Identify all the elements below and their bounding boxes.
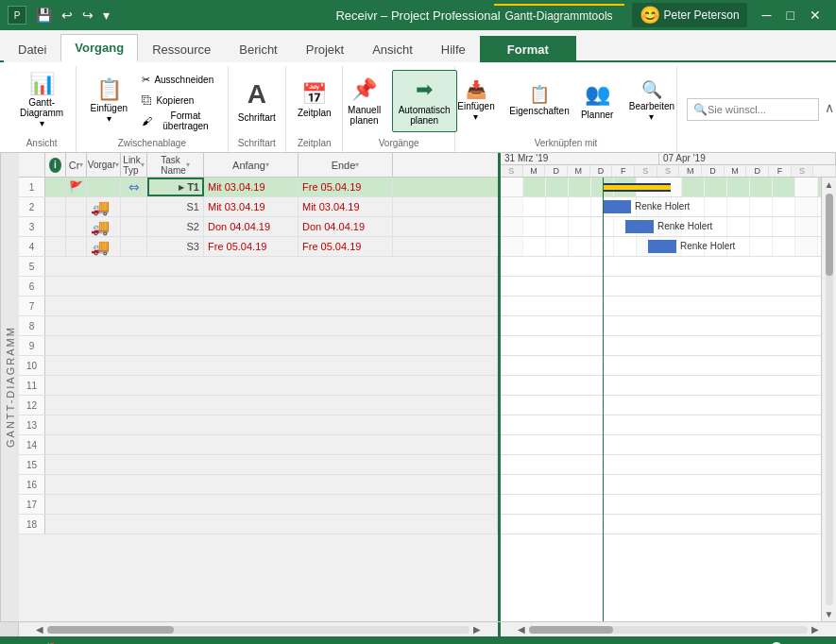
table-row[interactable]: 6	[19, 277, 498, 297]
gantt-row-9	[501, 336, 821, 356]
cell-critical-3	[66, 217, 87, 236]
gantt-row-1	[501, 178, 821, 197]
zoom-slider[interactable]: － ＋	[725, 641, 828, 645]
cell-taskname-1[interactable]: ▸ T1	[147, 178, 204, 196]
ribbon-collapse-button[interactable]: ∧	[825, 100, 834, 115]
cell-empty-6	[45, 277, 498, 296]
table-row[interactable]: 1 🚩 ⇔ ▸ T1 Mit 03.04.19 Fre 05.04.19	[19, 178, 498, 197]
cell-taskname-2[interactable]: S1	[147, 197, 204, 216]
cell-rownum-12: 12	[19, 396, 45, 415]
gantt-day-s3: S	[657, 165, 680, 177]
manuell-planen-button[interactable]: 📌 Manuellplanen	[341, 70, 388, 132]
gantt-scroll-right-button[interactable]: ▶	[808, 624, 823, 635]
table-row[interactable]: 17	[19, 495, 498, 515]
title-bar-left: P 💾 ↩ ↪ ▾	[8, 6, 113, 25]
tab-hilfe[interactable]: Hilfe	[427, 36, 480, 62]
zeitplan-button[interactable]: 📅 Zeitplan	[291, 70, 338, 132]
zoom-plus-icon[interactable]: ＋	[818, 641, 828, 645]
einfuegen-button[interactable]: 📋 Einfügen ▾	[84, 70, 133, 132]
col-header-taskname[interactable]: TaskName ▾	[147, 153, 204, 177]
title-bar-right: Gantt-Diagrammtools 😊 Peter Peterson ─ □…	[494, 3, 828, 27]
table-row[interactable]: 7	[19, 297, 498, 316]
gantt-bar-s2	[625, 220, 654, 233]
cell-taskname-4[interactable]: S3	[147, 237, 204, 256]
scroll-up-button[interactable]: ▲	[823, 178, 836, 192]
ribbon-group-vorgaenge: 📌 Manuellplanen ➡ Automatischplanen Vorg…	[343, 66, 455, 152]
zeitplan-icon: 📅	[301, 84, 327, 105]
minimize-button[interactable]: ─	[755, 4, 779, 26]
gantt-cell-b1-r1	[818, 178, 821, 196]
table-row[interactable]: 10	[19, 356, 498, 376]
zoom-minus-icon[interactable]: －	[725, 641, 735, 645]
grid-h-scrollbar[interactable]: ◀ ▶	[19, 622, 501, 636]
scroll-thumb	[826, 194, 833, 276]
restore-button[interactable]: □	[779, 4, 802, 26]
table-row[interactable]: 12	[19, 396, 498, 415]
close-button[interactable]: ✕	[802, 4, 828, 26]
cell-taskname-3[interactable]: S2	[147, 217, 204, 236]
table-row[interactable]: 13	[19, 415, 498, 435]
gantt-scroll-left-button[interactable]: ◀	[514, 624, 529, 635]
table-row[interactable]: 11	[19, 376, 498, 396]
gantt-row-18	[501, 515, 821, 534]
table-row[interactable]: 2 🚚 S1 Mit 03.04.19 Mit 03.04.19	[19, 197, 498, 217]
table-row[interactable]: 14	[19, 435, 498, 455]
gantt-cell-s4-r2	[795, 197, 818, 216]
gantt-h-scrollbar[interactable]: ◀ ▶	[501, 622, 836, 636]
scroll-down-button[interactable]: ▼	[823, 607, 836, 621]
grid-scroll-right-button[interactable]: ▶	[469, 624, 485, 635]
table-row[interactable]: 15	[19, 455, 498, 475]
redo-button[interactable]: ↪	[78, 6, 97, 25]
grid-area: i Cr ▾ Vorgar ▾ LinkTyp ▾ TaskName ▾ Anf…	[19, 153, 501, 621]
search-box[interactable]: 🔍	[687, 98, 819, 121]
kopieren-button[interactable]: ⿻ Kopieren	[137, 91, 219, 110]
cell-predecessor-3: 🚚	[87, 217, 121, 236]
ribbon-group-content-zwischenablage: 📋 Einfügen ▾ ✂ Ausschneiden ⿻ Kopieren 🖌…	[84, 66, 219, 136]
tab-datei[interactable]: Datei	[4, 36, 60, 62]
undo-button[interactable]: ↩	[58, 6, 77, 25]
bearbeiten-button[interactable]: 🔍 Bearbeiten ▾	[621, 70, 683, 132]
table-row[interactable]: 18	[19, 515, 498, 534]
col-header-linktype[interactable]: LinkTyp ▾	[121, 153, 147, 177]
view-icon-gantt[interactable]: ▣	[707, 640, 719, 644]
customize-qat-button[interactable]: ▾	[99, 6, 113, 25]
tab-ressource[interactable]: Ressource	[138, 36, 225, 62]
table-row[interactable]: 4 🚚 S3 Fre 05.04.19 Fre 05.04.19	[19, 237, 498, 257]
automatisch-planen-button[interactable]: ➡ Automatischplanen	[392, 70, 457, 132]
ausschneiden-button[interactable]: ✂ Ausschneiden	[137, 70, 219, 89]
dropdown-arrow-end: ▾	[355, 161, 359, 169]
table-row[interactable]: 8	[19, 316, 498, 336]
search-input[interactable]	[708, 104, 811, 115]
einfuegen2-button[interactable]: 📥 Einfügen ▾	[449, 70, 503, 132]
tab-projekt[interactable]: Projekt	[292, 36, 358, 62]
gantt-diagramm-button[interactable]: 📊 Gantt-Diagramm ▾	[13, 70, 70, 132]
col-header-end[interactable]: Ende ▾	[299, 153, 393, 177]
gantt-day-s2: S	[635, 165, 657, 177]
tab-bericht[interactable]: Bericht	[225, 36, 291, 62]
col-header-predecessor[interactable]: Vorgar ▾	[87, 153, 121, 177]
schriftart-button[interactable]: A Schriftart	[231, 70, 282, 132]
col-header-rownum	[19, 153, 45, 177]
gantt-cell-s1-r3	[501, 217, 523, 236]
col-header-info[interactable]: i	[45, 153, 66, 177]
col-header-start[interactable]: Anfang ▾	[204, 153, 299, 177]
bearbeiten-label: Bearbeiten ▾	[627, 101, 676, 122]
eigenschaften-button[interactable]: 📋 Eigenschaften	[505, 70, 573, 132]
view-icon-list[interactable]: ▤	[674, 640, 687, 644]
view-icon-grid[interactable]: ▦	[691, 640, 703, 644]
horizontal-scrollbar-area: ◀ ▶ ◀ ▶	[0, 621, 836, 636]
table-row[interactable]: 9	[19, 336, 498, 356]
format-uebertragen-button[interactable]: 🖌 Format übertragen	[137, 111, 219, 130]
grid-scroll-left-button[interactable]: ◀	[32, 624, 47, 635]
tab-vorgang[interactable]: Vorgang	[60, 34, 138, 62]
table-row[interactable]: 5	[19, 257, 498, 277]
vertical-scrollbar[interactable]: ▲ ▼	[821, 178, 836, 621]
gantt-day-m4: M	[725, 165, 747, 177]
table-row[interactable]: 16	[19, 475, 498, 495]
planner-button[interactable]: 👥 Planner	[575, 70, 619, 132]
table-row[interactable]: 3 🚚 S2 Don 04.04.19 Don 04.04.19	[19, 217, 498, 237]
tab-ansicht[interactable]: Ansicht	[358, 36, 427, 62]
save-button[interactable]: 💾	[32, 6, 56, 25]
tab-format[interactable]: Format	[480, 36, 576, 62]
col-header-critical[interactable]: Cr ▾	[66, 153, 87, 177]
